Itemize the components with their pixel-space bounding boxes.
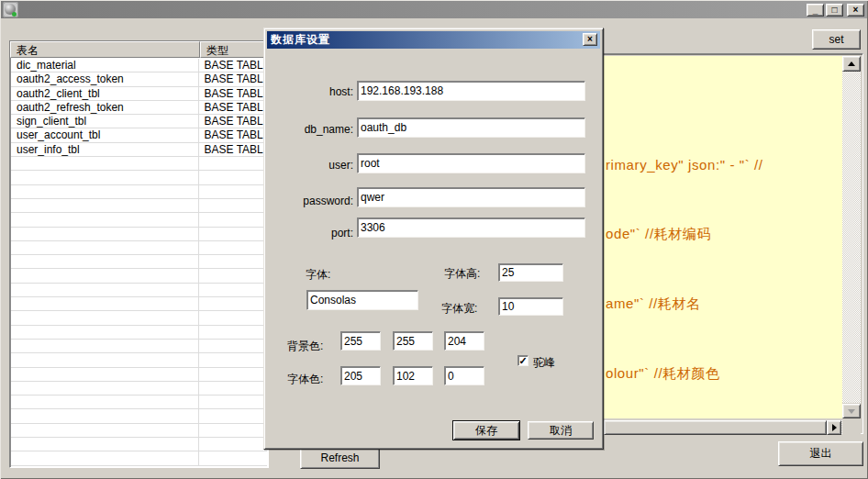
cell-type bbox=[199, 326, 267, 340]
cell-table-name: sign_client_tbl bbox=[11, 115, 199, 128]
camel-checkbox[interactable] bbox=[517, 355, 529, 366]
column-header-table-name[interactable]: 表名 bbox=[10, 41, 200, 58]
table-row-empty[interactable] bbox=[11, 438, 267, 451]
table-row-empty[interactable] bbox=[11, 255, 267, 269]
cell-table-name bbox=[11, 438, 199, 451]
cell-table-name: oauth2_access_token bbox=[11, 72, 199, 86]
horizontal-scrollbar[interactable] bbox=[604, 420, 842, 435]
cell-table-name bbox=[11, 241, 199, 255]
scroll-down-button[interactable] bbox=[842, 404, 861, 418]
table-row-empty[interactable] bbox=[11, 409, 267, 423]
host-label: host: bbox=[284, 85, 353, 98]
cell-type: BASE TABLE bbox=[199, 59, 267, 72]
cell-type: BASE TABLE bbox=[199, 128, 267, 142]
table-row-empty[interactable] bbox=[11, 171, 267, 184]
bg-color-r-input[interactable] bbox=[340, 331, 381, 351]
vertical-scrollbar[interactable] bbox=[842, 56, 861, 418]
titlebar[interactable]: _ □ × bbox=[1, 1, 867, 18]
font-width-input[interactable] bbox=[498, 297, 563, 316]
cell-type bbox=[199, 269, 267, 283]
scroll-right-button[interactable] bbox=[827, 420, 841, 435]
cancel-button[interactable]: 取消 bbox=[528, 421, 594, 440]
cell-table-name bbox=[11, 395, 199, 409]
code-line: olour"` //耗材颜色 bbox=[606, 362, 763, 384]
cell-table-name bbox=[11, 171, 199, 184]
table-row-empty[interactable] bbox=[11, 284, 267, 297]
cell-table-name bbox=[11, 185, 199, 199]
table-row-empty[interactable] bbox=[11, 382, 267, 395]
port-label: port: bbox=[284, 227, 353, 240]
user-input[interactable] bbox=[357, 153, 585, 173]
maximize-button[interactable]: □ bbox=[826, 4, 843, 17]
table-row-empty[interactable] bbox=[11, 340, 267, 353]
bg-color-g-input[interactable] bbox=[393, 331, 433, 351]
table-row-empty[interactable] bbox=[11, 213, 267, 227]
db-name-input[interactable] bbox=[357, 117, 585, 138]
cell-type bbox=[199, 255, 267, 269]
password-input[interactable] bbox=[357, 187, 585, 207]
table-row-empty[interactable] bbox=[11, 185, 267, 199]
font-height-label: 字体高: bbox=[444, 266, 480, 282]
cell-type bbox=[199, 438, 267, 451]
table-row-empty[interactable] bbox=[11, 199, 267, 213]
cell-type bbox=[199, 228, 267, 241]
cell-table-name bbox=[11, 353, 199, 367]
cell-type bbox=[199, 382, 267, 395]
table-row[interactable]: oauth2_access_tokenBASE TABLE bbox=[11, 72, 267, 86]
vertical-scrollbar-track[interactable] bbox=[842, 72, 861, 403]
table-row-empty[interactable] bbox=[11, 395, 267, 409]
table-row-empty[interactable] bbox=[11, 368, 267, 382]
code-line: rimary_key" json:" - "` // bbox=[606, 153, 763, 176]
table-row[interactable]: oauth2_refresh_tokenBASE TABLE bbox=[11, 101, 267, 115]
column-header-type[interactable]: 类型 bbox=[200, 41, 268, 58]
cell-table-name: oauth2_refresh_token bbox=[11, 101, 199, 115]
port-input[interactable] bbox=[357, 217, 585, 238]
table-row[interactable]: oauth2_client_tblBASE TABLE bbox=[11, 87, 267, 101]
save-button[interactable]: 保存 bbox=[452, 420, 520, 440]
cell-table-name bbox=[11, 157, 199, 171]
table-row-empty[interactable] bbox=[11, 326, 267, 340]
table-row-empty[interactable] bbox=[11, 297, 267, 311]
cell-type bbox=[199, 213, 267, 227]
database-settings-dialog: 数据库设置 × host: db_name: user: password: p… bbox=[263, 28, 604, 450]
bg-color-b-input[interactable] bbox=[444, 331, 484, 351]
font-input[interactable] bbox=[306, 290, 418, 310]
cell-table-name bbox=[11, 326, 199, 340]
table-row-empty[interactable] bbox=[11, 269, 267, 283]
table-row-empty[interactable] bbox=[11, 451, 267, 465]
table-row-empty[interactable] bbox=[11, 241, 267, 255]
table-row-empty[interactable] bbox=[11, 353, 267, 367]
set-button[interactable]: set bbox=[812, 29, 861, 50]
scroll-up-button[interactable] bbox=[842, 56, 861, 72]
cell-table-name: oauth2_client_tbl bbox=[11, 87, 199, 101]
exit-button[interactable]: 退出 bbox=[778, 441, 863, 466]
font-height-input[interactable] bbox=[498, 263, 563, 282]
host-input[interactable] bbox=[357, 81, 585, 101]
table-row[interactable]: dic_materialBASE TABLE bbox=[11, 59, 267, 72]
table-row[interactable]: user_account_tblBASE TABLE bbox=[11, 128, 267, 142]
horizontal-scrollbar-thumb[interactable] bbox=[604, 420, 827, 435]
table-row-empty[interactable] bbox=[11, 424, 267, 438]
minimize-button[interactable]: _ bbox=[807, 4, 824, 17]
table-row-empty[interactable] bbox=[11, 157, 267, 171]
cell-type bbox=[199, 311, 267, 325]
table-row-empty[interactable] bbox=[11, 228, 267, 241]
dialog-titlebar[interactable]: 数据库设置 × bbox=[267, 31, 600, 49]
table-row[interactable]: sign_client_tblBASE TABLE bbox=[11, 115, 267, 128]
sql-editor[interactable]: rimary_key" json:" - "` // ode"` //耗材编码 … bbox=[604, 56, 842, 418]
close-button[interactable]: × bbox=[847, 4, 864, 17]
font-color-b-input[interactable] bbox=[444, 366, 484, 385]
font-color-r-input[interactable] bbox=[340, 366, 381, 385]
cell-type: BASE TABLE bbox=[199, 72, 267, 86]
user-label: user: bbox=[284, 159, 353, 172]
font-label: 字体: bbox=[306, 267, 330, 283]
cell-table-name bbox=[11, 409, 199, 423]
cell-table-name bbox=[11, 284, 199, 297]
cell-type bbox=[199, 297, 267, 311]
dialog-close-button[interactable]: × bbox=[583, 33, 597, 46]
cell-type: BASE TABLE bbox=[199, 101, 267, 115]
table-row-empty[interactable] bbox=[11, 311, 267, 325]
font-color-g-input[interactable] bbox=[393, 366, 433, 385]
table-row[interactable]: user_info_tblBASE TABLE bbox=[11, 143, 267, 157]
cell-type: BASE TABLE bbox=[199, 115, 267, 128]
